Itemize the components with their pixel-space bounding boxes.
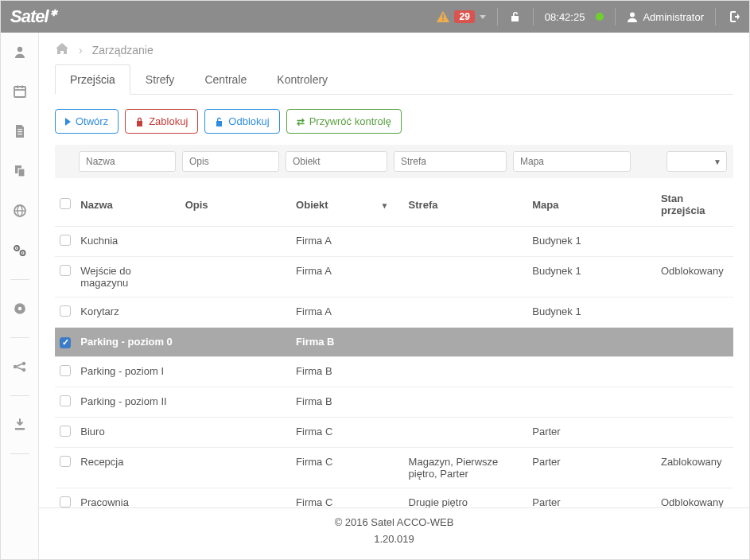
svg-line-22 — [17, 364, 22, 367]
row-checkbox[interactable] — [60, 235, 71, 246]
select-all-checkbox[interactable] — [60, 198, 71, 209]
table-row[interactable]: RecepcjaFirma CMagazyn, Pierwsze piętro,… — [55, 447, 733, 488]
tab-3[interactable]: Kontrolery — [262, 64, 343, 95]
lock-button[interactable]: Zablokuj — [125, 109, 198, 134]
filter-object-input[interactable] — [286, 151, 387, 172]
row-checkbox[interactable] — [60, 456, 71, 467]
cell-map — [527, 387, 656, 417]
nav-users-icon[interactable] — [1, 41, 38, 63]
nav-document-icon[interactable] — [1, 120, 38, 142]
table-row[interactable]: Wejście do magazynuFirma ABudynek 1Odblo… — [55, 257, 733, 298]
row-checkbox[interactable] — [60, 265, 71, 276]
svg-point-16 — [21, 252, 23, 254]
cell-map: Parter — [527, 488, 656, 508]
cell-desc — [181, 328, 291, 357]
home-icon[interactable] — [55, 42, 69, 57]
user-icon — [627, 11, 638, 22]
cell-zone — [404, 387, 528, 417]
cell-desc — [181, 227, 291, 257]
filter-map-input[interactable] — [513, 151, 631, 172]
col-object[interactable]: Obiekt — [291, 183, 403, 227]
alerts-button[interactable]: 29 — [437, 10, 485, 23]
cell-desc — [181, 447, 291, 488]
cell-zone — [404, 298, 528, 328]
cell-zone — [404, 227, 528, 257]
nav-settings-group-icon[interactable] — [1, 239, 38, 262]
lock-label: Zablokuj — [149, 115, 188, 127]
open-label: Otwórz — [76, 115, 108, 127]
breadcrumb-current: Zarządzanie — [92, 44, 153, 56]
nav-globe-icon[interactable] — [1, 200, 38, 222]
svg-point-3 — [17, 47, 21, 52]
cell-map: Budynek 1 — [527, 298, 656, 328]
open-button[interactable]: Otwórz — [55, 109, 119, 134]
row-checkbox[interactable] — [60, 426, 71, 437]
table-row[interactable]: BiuroFirma CParter — [55, 417, 733, 447]
swap-icon: ⇄ — [297, 116, 305, 127]
row-checkbox[interactable] — [60, 496, 71, 508]
cell-object: Firma B — [291, 328, 403, 357]
user-menu[interactable]: Administrator — [627, 11, 704, 23]
cell-object: Firma B — [291, 356, 403, 387]
row-checkbox[interactable] — [60, 305, 71, 317]
svg-rect-9 — [18, 169, 25, 177]
chevron-right-icon: › — [79, 44, 83, 56]
footer-version: 1.20.019 — [39, 531, 749, 548]
filter-row: ▼ — [55, 145, 733, 178]
cell-state: Zablokowany — [656, 447, 733, 488]
cell-state: Odblokowany — [656, 257, 733, 298]
restore-button[interactable]: ⇄ Przywróć kontrolę — [286, 109, 402, 134]
cell-object: Firma A — [291, 227, 403, 257]
table-row[interactable]: PracowniaFirma CDrugie piętroParterOdblo… — [55, 488, 733, 508]
row-checkbox[interactable] — [60, 365, 71, 376]
col-map[interactable]: Mapa — [527, 183, 656, 227]
clock: 08:42:25 — [545, 11, 585, 23]
tab-0[interactable]: Przejścia — [55, 64, 130, 95]
nav-download-icon[interactable] — [1, 414, 38, 436]
col-state[interactable]: Stan przejścia — [656, 183, 733, 227]
row-checkbox[interactable] — [60, 337, 71, 348]
filter-name-input[interactable] — [79, 151, 176, 172]
col-desc[interactable]: Opis — [181, 183, 291, 227]
cell-desc — [181, 387, 291, 417]
table-row[interactable]: Parking - poziom IIFirma B — [55, 387, 733, 417]
svg-point-18 — [17, 307, 21, 310]
filter-zone-input[interactable] — [394, 151, 507, 172]
filter-desc-input[interactable] — [182, 151, 279, 172]
table-row[interactable]: KuchniaFirma ABudynek 1 — [55, 227, 733, 257]
warning-icon — [437, 11, 449, 22]
cell-zone — [404, 257, 528, 298]
cell-state — [656, 227, 733, 257]
svg-point-15 — [16, 247, 17, 249]
svg-rect-1 — [443, 19, 445, 21]
brand: Satel✱ — [10, 6, 55, 27]
tab-2[interactable]: Centrale — [189, 64, 262, 95]
chevron-down-icon: ▼ — [713, 158, 721, 166]
svg-rect-4 — [14, 87, 25, 97]
unlock-button[interactable]: Odblokuj — [204, 109, 279, 134]
lock-status-icon[interactable] — [509, 10, 522, 23]
table-row[interactable]: Parking - poziom IFirma B — [55, 356, 733, 387]
table-row[interactable]: KorytarzFirma ABudynek 1 — [55, 298, 733, 328]
tab-1[interactable]: Strefy — [130, 64, 190, 95]
nav-share-icon[interactable] — [1, 356, 38, 378]
passages-table: Nazwa Opis Obiekt Strefa Mapa Stan przej… — [55, 183, 733, 508]
nav-gear-icon[interactable] — [1, 298, 38, 320]
nav-copy-icon[interactable] — [1, 160, 38, 182]
table-row[interactable]: Parking - poziom 0Firma B — [55, 328, 733, 357]
col-name[interactable]: Nazwa — [76, 183, 180, 227]
filter-state-select[interactable]: ▼ — [666, 151, 727, 172]
nav-calendar-icon[interactable] — [1, 80, 38, 103]
cell-state — [656, 417, 733, 447]
topbar: Satel✱ 29 08:42:25 Administrator — [1, 1, 749, 33]
svg-point-20 — [21, 362, 25, 365]
cell-state: Odblokowany — [656, 488, 733, 508]
cell-state — [656, 298, 733, 328]
cell-object: Firma C — [291, 417, 403, 447]
svg-point-21 — [21, 368, 25, 371]
svg-rect-24 — [15, 428, 25, 430]
col-zone[interactable]: Strefa — [404, 183, 528, 227]
row-checkbox[interactable] — [60, 395, 71, 406]
logout-button[interactable] — [727, 11, 740, 22]
cell-desc — [181, 298, 291, 328]
